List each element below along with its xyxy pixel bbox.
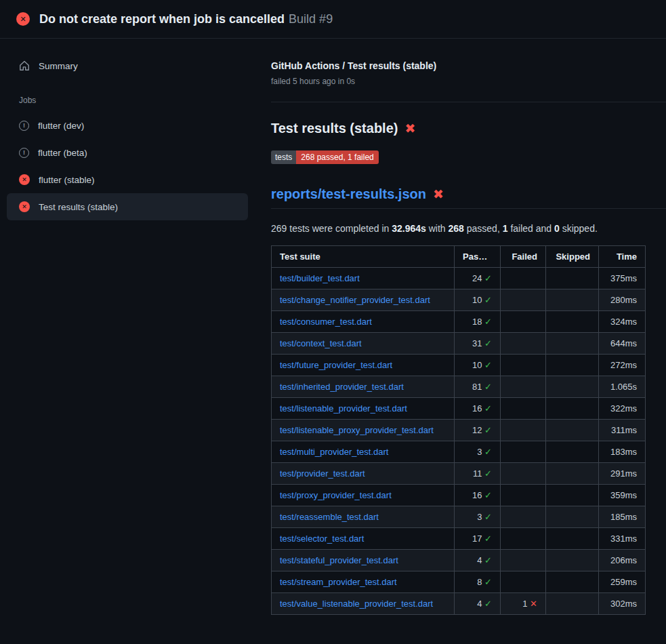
check-icon: ✓ [484, 512, 492, 522]
suite-cell: test/stateful_provider_test.dart [272, 550, 455, 571]
badge-label: tests [271, 150, 296, 164]
time-cell: 183ms [599, 441, 646, 463]
check-icon: ✓ [484, 382, 492, 392]
suite-cell: test/stream_provider_test.dart [272, 571, 455, 593]
failed-cell [501, 376, 546, 398]
skipped-cell [546, 550, 599, 571]
passed-cell: 4 ✓ [455, 550, 501, 571]
report-link[interactable]: reports/test-results.json [271, 186, 426, 202]
passed-cell: 3 ✓ [455, 506, 501, 528]
time-cell: 322ms [599, 398, 646, 420]
section-title: Test results (stable) ✖ [271, 121, 666, 136]
check-icon: ✓ [484, 295, 492, 305]
section-title-text: Test results (stable) [271, 121, 398, 136]
check-icon: ✓ [484, 273, 492, 283]
sidebar-item-label: flutter (stable) [39, 175, 95, 185]
time-cell: 291ms [599, 463, 646, 485]
suite-link[interactable]: test/stateful_provider_test.dart [280, 555, 398, 565]
sidebar-item-summary[interactable]: Summary [7, 52, 248, 79]
sidebar-item-test-results-stable[interactable]: ✕ Test results (stable) [7, 193, 248, 220]
failed-cell [501, 311, 546, 333]
failed-cell [501, 398, 546, 420]
page-title: Do not create report when job is cancell… [39, 12, 333, 26]
home-icon [19, 60, 30, 71]
run-meta: failed 5 hours ago in 0s [271, 77, 666, 86]
sidebar-item-flutter-beta[interactable]: ! flutter (beta) [7, 139, 248, 166]
passed-cell: 16 ✓ [455, 485, 501, 506]
failed-cell [501, 333, 546, 355]
suite-link[interactable]: test/listenable_proxy_provider_test.dart [280, 425, 434, 435]
suite-cell: test/future_provider_test.dart [272, 355, 455, 376]
suite-link[interactable]: test/inherited_provider_test.dart [280, 382, 404, 392]
page-layout: Summary Jobs ! flutter (dev) ! flutter (… [0, 39, 666, 615]
table-row: test/listenable_provider_test.dart 16 ✓ … [272, 398, 646, 420]
suite-link[interactable]: test/provider_test.dart [280, 468, 365, 479]
suite-cell: test/reassemble_test.dart [272, 506, 455, 528]
check-icon: ✓ [484, 338, 492, 348]
skipped-cell [546, 420, 599, 441]
suite-link[interactable]: test/future_provider_test.dart [280, 360, 392, 370]
table-row: test/stream_provider_test.dart 8 ✓ 259ms [272, 571, 646, 593]
table-header-row: Test suite Passed Failed Skipped Time [272, 246, 646, 268]
failed-cell: 1 ✕ [501, 593, 546, 615]
sidebar-item-label: Summary [39, 61, 78, 71]
check-icon: ✓ [484, 599, 492, 609]
table-row: test/context_test.dart 31 ✓ 644ms [272, 333, 646, 355]
sidebar-item-flutter-dev[interactable]: ! flutter (dev) [7, 112, 248, 139]
suite-cell: test/consumer_test.dart [272, 311, 455, 333]
results-table: Test suite Passed Failed Skipped Time te… [271, 245, 646, 615]
suite-link[interactable]: test/selector_test.dart [280, 534, 364, 544]
summary-line: 269 tests were completed in 32.964s with… [271, 223, 666, 234]
suite-link[interactable]: test/value_listenable_provider_test.dart [280, 599, 433, 609]
suite-link[interactable]: test/reassemble_test.dart [280, 512, 379, 522]
suite-cell: test/builder_test.dart [272, 268, 455, 289]
time-cell: 302ms [599, 593, 646, 615]
col-header-failed: Failed [501, 246, 546, 268]
time-cell: 375ms [599, 268, 646, 289]
failed-cell [501, 485, 546, 506]
col-header-skipped: Skipped [546, 246, 599, 268]
cancelled-icon: ! [19, 121, 29, 131]
suite-cell: test/context_test.dart [272, 333, 455, 355]
suite-cell: test/provider_test.dart [272, 463, 455, 485]
time-cell: 206ms [599, 550, 646, 571]
breadcrumb: GitHub Actions / Test results (stable) [271, 60, 666, 71]
failed-cell [501, 506, 546, 528]
failed-cell [501, 550, 546, 571]
sidebar: Summary Jobs ! flutter (dev) ! flutter (… [0, 39, 271, 220]
suite-link[interactable]: test/context_test.dart [280, 338, 362, 348]
suite-link[interactable]: test/builder_test.dart [280, 273, 360, 283]
skipped-cell [546, 485, 599, 506]
table-row: test/listenable_proxy_provider_test.dart… [272, 420, 646, 441]
time-cell: 185ms [599, 506, 646, 528]
col-header-time: Time [599, 246, 646, 268]
suite-link[interactable]: test/listenable_provider_test.dart [280, 403, 407, 414]
failed-x-icon: ✖ [433, 188, 444, 201]
suite-link[interactable]: test/multi_provider_test.dart [280, 447, 388, 457]
cancelled-icon: ! [19, 148, 29, 158]
skipped-cell [546, 441, 599, 463]
skipped-cell [546, 506, 599, 528]
table-row: test/inherited_provider_test.dart 81 ✓ 1… [272, 376, 646, 398]
passed-cell: 81 ✓ [455, 376, 501, 398]
failed-status-icon: ✕ [16, 12, 30, 26]
suite-cell: test/inherited_provider_test.dart [272, 376, 455, 398]
x-icon: ✕ [530, 599, 537, 609]
passed-cell: 3 ✓ [455, 441, 501, 463]
suite-link[interactable]: test/stream_provider_test.dart [280, 577, 397, 587]
time-cell: 359ms [599, 485, 646, 506]
sidebar-item-label: Test results (stable) [39, 202, 118, 212]
time-cell: 324ms [599, 311, 646, 333]
passed-cell: 18 ✓ [455, 311, 501, 333]
suite-link[interactable]: test/consumer_test.dart [280, 317, 372, 327]
jobs-section-label: Jobs [19, 96, 248, 105]
suite-link[interactable]: test/proxy_provider_test.dart [280, 490, 392, 500]
suite-link[interactable]: test/change_notifier_provider_test.dart [280, 295, 430, 305]
skipped-cell [546, 463, 599, 485]
sidebar-item-flutter-stable[interactable]: ✕ flutter (stable) [7, 166, 248, 193]
skipped-cell [546, 571, 599, 593]
failed-cell [501, 571, 546, 593]
failed-cell [501, 441, 546, 463]
check-icon: ✓ [484, 468, 492, 479]
failed-cell [501, 420, 546, 441]
